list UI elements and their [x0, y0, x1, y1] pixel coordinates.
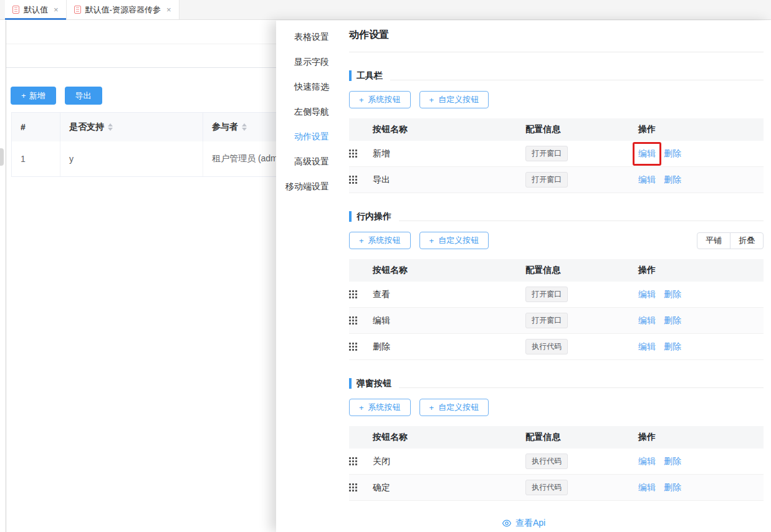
button-name: 查看 — [373, 289, 525, 300]
nav-item-left-nav[interactable]: 左侧导航 — [276, 99, 337, 124]
table-header-row: 按钮名称 配置信息 操作 — [349, 426, 764, 449]
panel-collapse-handle[interactable] — [0, 148, 4, 166]
close-icon[interactable]: × — [166, 6, 171, 14]
plus-icon: + — [359, 236, 364, 245]
nav-item-display-fields[interactable]: 显示字段 — [276, 49, 337, 74]
tab-label: 默认值-资源容器传参 — [85, 4, 161, 16]
column-header-index: # — [12, 113, 60, 141]
button-name: 关闭 — [373, 456, 525, 467]
view-api-link[interactable]: 查看Api — [276, 518, 771, 529]
button-name: 新增 — [373, 148, 525, 159]
nav-item-table-settings[interactable]: 表格设置 — [276, 24, 337, 49]
add-custom-button[interactable]: + 自定义按钮 — [419, 399, 489, 416]
divider — [390, 80, 764, 80]
sort-icon[interactable] — [108, 123, 113, 131]
document-icon — [12, 6, 19, 14]
drawer-title: 动作设置 — [349, 21, 764, 52]
section-toolbar-header: 工具栏 — [349, 69, 764, 82]
delete-link[interactable]: 删除 — [664, 456, 681, 467]
sort-icon[interactable] — [242, 123, 247, 131]
delete-link[interactable]: 删除 — [664, 289, 681, 300]
config-tag: 执行代码 — [525, 339, 568, 354]
nav-item-advanced-settings[interactable]: 高级设置 — [276, 149, 337, 174]
drag-handle-icon[interactable] — [349, 457, 357, 465]
column-header-support[interactable]: 是否支持 — [60, 113, 203, 141]
config-tag: 打开窗口 — [525, 172, 568, 188]
config-tag: 执行代码 — [525, 454, 568, 469]
close-icon[interactable]: × — [54, 6, 59, 14]
config-tag: 打开窗口 — [525, 146, 568, 161]
config-tag: 打开窗口 — [525, 287, 568, 302]
add-system-button[interactable]: + 系统按钮 — [349, 232, 411, 249]
tab-label: 默认值 — [24, 4, 48, 16]
popup-buttons-table: 按钮名称 配置信息 操作 关闭 执行代码 编辑 删除 确定 执行代码 编辑 删 — [349, 426, 764, 501]
edit-link[interactable]: 编辑 — [638, 148, 656, 159]
add-custom-button[interactable]: + 自定义按钮 — [419, 91, 489, 108]
tile-button[interactable]: 平铺 — [697, 232, 730, 249]
edit-link[interactable]: 编辑 — [638, 315, 656, 326]
button-name: 删除 — [373, 341, 525, 353]
nav-item-quick-filter[interactable]: 快速筛选 — [276, 74, 337, 99]
delete-link[interactable]: 删除 — [664, 341, 681, 353]
delete-link[interactable]: 删除 — [664, 148, 681, 159]
add-system-button[interactable]: + 系统按钮 — [349, 399, 411, 416]
section-popup-buttons-header: 弹窗按钮 — [349, 376, 764, 390]
drag-handle-icon[interactable] — [349, 343, 357, 351]
table-header-row: 按钮名称 配置信息 操作 — [349, 259, 764, 282]
drawer-content: 动作设置 工具栏 + 系统按钮 + 自定义按钮 按钮名称 配置信息 操作 — [337, 21, 771, 532]
button-name: 确定 — [373, 482, 525, 493]
drag-handle-icon[interactable] — [349, 316, 357, 325]
drag-handle-icon[interactable] — [349, 290, 357, 298]
add-system-button[interactable]: + 系统按钮 — [349, 91, 411, 108]
table-header-row: 按钮名称 配置信息 操作 — [349, 118, 764, 141]
tab-default-value[interactable]: 默认值 × — [5, 0, 67, 19]
tab-bar: 默认值 × 默认值-资源容器传参 × — [0, 0, 771, 20]
plus-icon: + — [359, 95, 364, 105]
plus-icon: + — [429, 95, 434, 105]
edit-link[interactable]: 编辑 — [638, 456, 656, 467]
inline-buttons-table: 按钮名称 配置信息 操作 查看 打开窗口 编辑 删除 编辑 打开窗口 编辑 删 — [349, 259, 764, 360]
divider — [399, 387, 764, 388]
section-bar — [349, 70, 352, 81]
drawer-nav: 表格设置 显示字段 快速筛选 左侧导航 动作设置 高级设置 移动端设置 — [276, 21, 337, 532]
config-tag: 执行代码 — [525, 480, 568, 495]
section-bar — [349, 378, 352, 389]
add-button[interactable]: + 新增 — [11, 87, 56, 105]
table-row: 查看 打开窗口 编辑 删除 — [349, 282, 764, 308]
config-tag: 打开窗口 — [525, 313, 568, 328]
edit-link[interactable]: 编辑 — [638, 289, 656, 300]
delete-link[interactable]: 删除 — [664, 174, 681, 186]
delete-link[interactable]: 删除 — [664, 482, 681, 493]
table-row: 编辑 打开窗口 编辑 删除 — [349, 308, 764, 334]
collapse-button[interactable]: 折叠 — [730, 232, 764, 249]
annotation-highlight-box: 编辑 — [633, 142, 661, 166]
edit-link[interactable]: 编辑 — [638, 341, 656, 353]
drag-handle-icon[interactable] — [349, 150, 357, 158]
edit-link[interactable]: 编辑 — [638, 174, 656, 186]
settings-drawer: 表格设置 显示字段 快速筛选 左侧导航 动作设置 高级设置 移动端设置 动作设置… — [276, 21, 771, 532]
section-bar — [349, 211, 352, 222]
section-inline-actions-buttons: + 系统按钮 + 自定义按钮 平铺 折叠 — [349, 232, 764, 249]
drag-handle-icon[interactable] — [349, 483, 357, 492]
eye-icon — [502, 518, 512, 528]
toolbar-buttons-table: 按钮名称 配置信息 操作 新增 打开窗口 编辑 删除 导出 打开窗口 编辑 删 — [349, 118, 764, 193]
drag-handle-icon[interactable] — [349, 176, 357, 184]
table-row: 关闭 执行代码 编辑 删除 — [349, 449, 764, 475]
export-button[interactable]: 导出 — [65, 87, 102, 105]
section-toolbar-actions: + 系统按钮 + 自定义按钮 — [349, 91, 764, 108]
nav-item-action-settings[interactable]: 动作设置 — [276, 124, 337, 149]
edit-link[interactable]: 编辑 — [638, 482, 656, 493]
document-icon — [74, 6, 81, 14]
section-inline-actions-header: 行内操作 — [349, 209, 764, 223]
plus-icon: + — [21, 91, 26, 100]
table-row: 导出 打开窗口 编辑 删除 — [349, 167, 764, 193]
plus-icon: + — [429, 236, 434, 245]
tab-default-value-resource-container[interactable]: 默认值-资源容器传参 × — [67, 0, 180, 19]
table-row: 新增 打开窗口 编辑 删除 — [349, 141, 764, 167]
cell-index: 1 — [12, 141, 60, 176]
delete-link[interactable]: 删除 — [664, 315, 681, 326]
add-custom-button[interactable]: + 自定义按钮 — [419, 232, 489, 249]
plus-icon: + — [359, 403, 364, 412]
table-row: 删除 执行代码 编辑 删除 — [349, 334, 764, 360]
nav-item-mobile-settings[interactable]: 移动端设置 — [276, 174, 337, 199]
